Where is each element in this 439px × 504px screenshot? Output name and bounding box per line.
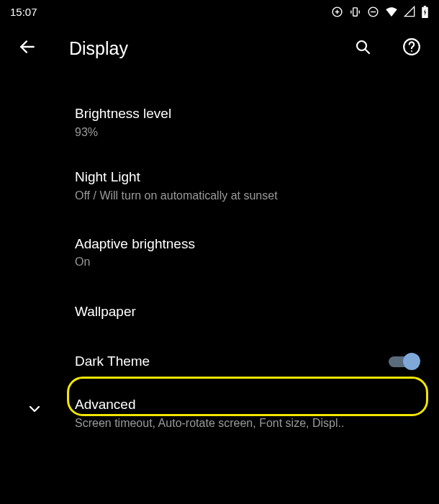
signal-icon [404, 6, 415, 17]
search-button[interactable] [348, 34, 377, 63]
svg-rect-3 [353, 7, 358, 15]
svg-point-14 [411, 50, 412, 52]
help-button[interactable] [397, 34, 426, 63]
setting-subtitle: On [75, 254, 425, 270]
setting-brightness-level[interactable]: Brightness level 93% [0, 92, 439, 153]
dark-theme-toggle[interactable] [389, 353, 419, 370]
setting-title: Brightness level [75, 105, 425, 123]
add-data-icon [331, 6, 343, 18]
setting-title: Night Light [75, 168, 425, 186]
settings-list: Brightness level 93% Night Light Off / W… [0, 73, 439, 443]
setting-title: Adaptive brightness [75, 235, 425, 253]
status-bar: 15:07 [0, 0, 439, 23]
svg-rect-9 [424, 6, 426, 7]
setting-advanced[interactable]: Advanced Screen timeout, Auto-rotate scr… [0, 384, 439, 442]
arrow-back-icon [18, 37, 37, 59]
setting-subtitle: 93% [75, 125, 425, 140]
setting-subtitle: Off / Will turn on automatically at suns… [75, 188, 425, 204]
svg-line-12 [365, 49, 369, 53]
back-button[interactable] [13, 34, 42, 63]
setting-night-light[interactable]: Night Light Off / Will turn on automatic… [0, 153, 439, 219]
vibrate-icon [349, 6, 361, 18]
help-icon [402, 37, 421, 59]
search-icon [354, 38, 371, 58]
setting-adaptive-brightness[interactable]: Adaptive brightness On [0, 220, 439, 286]
expand-icon [26, 400, 43, 420]
setting-dark-theme[interactable]: Dark Theme [0, 338, 439, 385]
battery-charging-icon [421, 6, 429, 18]
setting-title: Dark Theme [75, 353, 425, 371]
wifi-icon [385, 6, 398, 18]
app-header: Display [0, 23, 439, 73]
setting-title: Advanced [75, 396, 425, 414]
status-icons [331, 6, 429, 18]
page-title: Display [69, 38, 328, 59]
setting-wallpaper[interactable]: Wallpaper [0, 286, 439, 338]
setting-title: Wallpaper [75, 303, 425, 321]
status-time: 15:07 [10, 6, 37, 18]
dnd-icon [367, 6, 379, 18]
setting-subtitle: Screen timeout, Auto-rotate screen, Font… [75, 415, 425, 431]
toggle-thumb [403, 353, 420, 370]
